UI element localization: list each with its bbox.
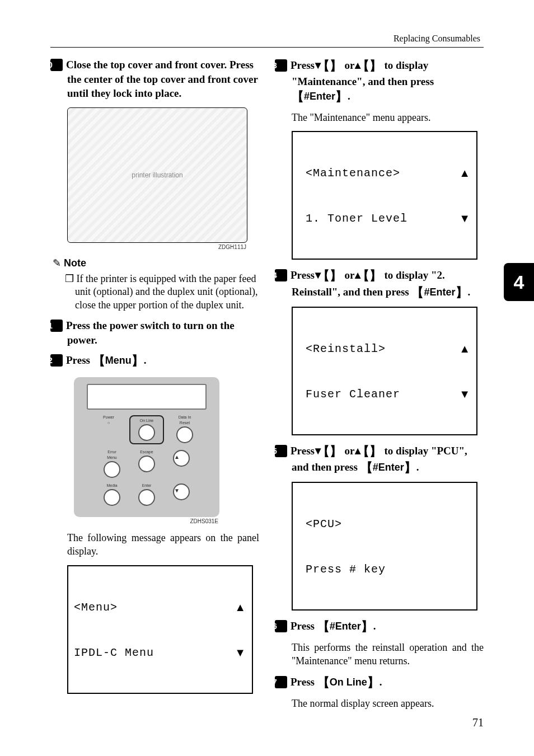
enter-button — [138, 489, 155, 506]
step-17: 17Press 【On Line】. — [275, 674, 484, 691]
menu-label: Menu — [107, 456, 117, 459]
control-panel-screen — [87, 384, 207, 410]
enter-key: #Enter — [373, 462, 404, 473]
note-text: If the printer is equipped with the pape… — [75, 273, 257, 311]
step-number-badge: 13 — [275, 59, 287, 72]
media-button — [104, 489, 120, 506]
left-bracket-icon: 【 — [93, 354, 105, 368]
lcd-maint-line2: 1. Toner Level — [298, 211, 407, 226]
right-bracket-icon: 】 — [404, 461, 416, 475]
lcd-maint-line1: <Maintenance> — [298, 166, 400, 181]
reset-button — [176, 426, 193, 443]
lcd-reinstall: <Reinstall>▲ Fuser Cleaner▼ — [292, 307, 477, 435]
error-label: Error — [107, 450, 116, 454]
enter-key: #Enter — [330, 621, 361, 632]
down-arrow-icon: ▼ — [459, 211, 471, 226]
menu-key: Menu — [105, 355, 132, 366]
down-arrow-icon: ▼ — [459, 387, 471, 402]
step-10: 10Close the top cover and front cover. P… — [50, 58, 259, 101]
down-button: ▼ — [173, 483, 190, 500]
media-label: Media — [106, 483, 117, 487]
left-bracket-icon: 【 — [317, 675, 330, 689]
step-12-text: Press 【Menu】. — [66, 354, 146, 366]
lcd-maintenance: <Maintenance>▲ 1. Toner Level▼ — [292, 131, 477, 260]
enter-key: #Enter — [304, 91, 335, 102]
page-number: 71 — [472, 716, 484, 729]
step-number-badge: 11 — [50, 320, 63, 332]
right-bracket-icon: 】 — [330, 444, 342, 458]
note-heading: Note — [53, 257, 259, 269]
following-message-text: The following message appears on the pan… — [67, 531, 259, 558]
right-bracket-icon: 】 — [369, 269, 382, 283]
step-16-para: This performs the reinstall operation an… — [292, 641, 484, 668]
step-number-badge: 12 — [50, 354, 63, 367]
step-10-text: Close the top cover and front cover. Pre… — [66, 59, 258, 99]
escape-button — [138, 456, 155, 472]
two-column-layout: 10Close the top cover and front cover. P… — [50, 58, 484, 717]
step-16: 16Press 【#Enter】. — [275, 618, 484, 635]
left-bracket-icon: 【 — [360, 461, 373, 475]
online-key: On Line — [330, 677, 367, 688]
page: Replacing Consumables 10Close the top co… — [0, 0, 534, 756]
chapter-tab: 4 — [504, 263, 534, 301]
down-arrow-icon: ▼ — [235, 645, 246, 660]
illustration-code: ZDGH111J — [50, 244, 246, 250]
lcd-pcu: <PCU> Press # key — [292, 482, 477, 611]
step-17-text: Press 【On Line】. — [291, 676, 382, 688]
right-bracket-icon: 】 — [367, 675, 380, 689]
lcd-reinstall-line1: <Reinstall> — [298, 341, 386, 356]
right-bracket-icon: 】 — [369, 59, 382, 73]
reset-label: Reset — [180, 421, 190, 425]
online-label: On Line — [140, 419, 154, 422]
lcd-reinstall-line2: Fuser Cleaner — [298, 387, 400, 402]
header-rule — [50, 47, 484, 48]
step-number-badge: 17 — [275, 676, 287, 688]
step-14: 14Press 【▼】 or 【▲】 to display "2. Reinst… — [275, 267, 484, 300]
online-button — [138, 424, 155, 441]
up-arrow-icon: ▲ — [459, 341, 471, 356]
right-bracket-icon: 】 — [330, 59, 342, 73]
step-14-text: Press 【▼】 or 【▲】 to display "2. Reinstal… — [291, 269, 470, 298]
note-body: ❒ If the printer is equipped with the pa… — [50, 273, 259, 312]
menu-button — [104, 461, 120, 478]
note-bullet: ❒ — [65, 273, 74, 284]
escape-label: Escape — [140, 450, 153, 454]
up-arrow-icon: ▲ — [459, 166, 471, 181]
step-13-text: Press 【▼】 or 【▲】 to display "Maintenance… — [291, 59, 434, 102]
power-label: Power — [103, 415, 114, 419]
running-head: Replacing Consumables — [50, 34, 484, 44]
control-panel-code: ZDHS031E — [50, 518, 218, 524]
step-number-badge: 10 — [50, 59, 63, 71]
control-panel-illustration: Power○ On Line Data InReset ErrorMenu Es… — [74, 377, 219, 517]
left-bracket-icon: 【 — [411, 285, 424, 299]
step-12: 12Press 【Menu】. — [50, 353, 259, 369]
step-number-badge: 16 — [275, 620, 287, 632]
step-11: 11Press the power switch to turn on the … — [50, 318, 259, 347]
datain-label: Data In — [179, 415, 191, 419]
right-bracket-icon: 】 — [361, 619, 373, 633]
right-column: 13Press 【▼】 or 【▲】 to display "Maintenan… — [275, 58, 484, 717]
lcd-menu-line1: <Menu> — [74, 600, 118, 615]
step-number-badge: 15 — [275, 445, 287, 457]
left-bracket-icon: 【 — [317, 619, 330, 633]
enter-key: #Enter — [424, 287, 455, 298]
step-11-text: Press the power switch to turn on the po… — [66, 320, 235, 346]
step-15: 15Press 【▼】 or 【▲】 to display "PCU", and… — [275, 443, 484, 476]
right-bracket-icon: 】 — [456, 285, 468, 299]
up-arrow-icon: ▲ — [235, 600, 246, 615]
up-button: ▲ — [173, 450, 190, 467]
right-bracket-icon: 】 — [330, 269, 342, 283]
enter-label: Enter — [142, 483, 152, 487]
lcd-menu-line2: IPDL-C Menu — [74, 645, 154, 660]
left-bracket-icon: 【 — [292, 90, 304, 104]
step-16-text: Press 【#Enter】. — [291, 620, 376, 632]
right-bracket-icon: 】 — [132, 354, 144, 368]
lcd-pcu-line2: Press # key — [298, 562, 386, 577]
step-15-text: Press 【▼】 or 【▲】 to display "PCU", and t… — [291, 445, 467, 473]
printer-illustration: printer illustration — [67, 107, 247, 243]
maintenance-appears-text: The "Maintenance" menu appears. — [292, 111, 484, 124]
right-bracket-icon: 】 — [369, 444, 382, 458]
lcd-pcu-line1: <PCU> — [298, 516, 342, 532]
lcd-menu: <Menu>▲ IPDL-C Menu▼ — [67, 565, 253, 694]
step-17-para: The normal display screen appears. — [292, 697, 484, 710]
